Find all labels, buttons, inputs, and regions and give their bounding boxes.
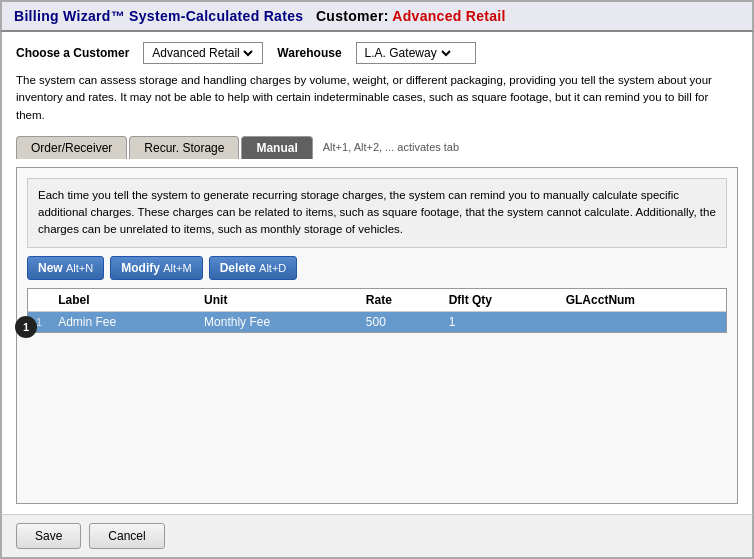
tabs-row: Order/Receiver Recur. Storage Manual Alt…	[16, 136, 738, 159]
table-container: Label Unit Rate Dflt Qty GLAcctNum 1 Adm…	[27, 288, 727, 333]
manual-charges-table: Label Unit Rate Dflt Qty GLAcctNum 1 Adm…	[28, 289, 726, 332]
customer-name: Advanced Retail	[392, 8, 505, 24]
warehouse-select[interactable]: L.A. Gateway	[361, 45, 454, 61]
header: Billing Wizard™ System-Calculated Rates …	[0, 0, 754, 32]
row-label: Admin Fee	[50, 311, 196, 332]
row-dflt-qty: 1	[441, 311, 558, 332]
tab-manual[interactable]: Manual	[241, 136, 312, 159]
save-button[interactable]: Save	[16, 523, 81, 549]
new-button[interactable]: New Alt+N	[27, 256, 104, 280]
tab-order-receiver[interactable]: Order/Receiver	[16, 136, 127, 159]
table-row[interactable]: 1 Admin Fee Monthly Fee 500 1	[28, 311, 726, 332]
row-unit: Monthly Fee	[196, 311, 358, 332]
table-wrapper: 1 Label Unit Rate Dflt Qty GLAcctNum	[27, 288, 727, 333]
tab-description: Each time you tell the system to generat…	[27, 178, 727, 248]
modify-button[interactable]: Modify Alt+M	[110, 256, 202, 280]
customer-select-control[interactable]: Advanced Retail	[143, 42, 263, 64]
select-row: Choose a Customer Advanced Retail Wareho…	[16, 42, 738, 64]
tab-recur-storage[interactable]: Recur. Storage	[129, 136, 239, 159]
cancel-button[interactable]: Cancel	[89, 523, 164, 549]
row-rate: 500	[358, 311, 441, 332]
tab-hint: Alt+1, Alt+2, ... activates tab	[323, 141, 459, 153]
choose-customer-label: Choose a Customer	[16, 46, 129, 60]
warehouse-label: Warehouse	[277, 46, 341, 60]
customer-select[interactable]: Advanced Retail	[148, 45, 256, 61]
delete-button[interactable]: Delete Alt+D	[209, 256, 298, 280]
col-unit: Unit	[196, 289, 358, 312]
table-header-row: Label Unit Rate Dflt Qty GLAcctNum	[28, 289, 726, 312]
tab-panel-manual: Each time you tell the system to generat…	[16, 167, 738, 504]
header-title: Billing Wizard™ System-Calculated Rates …	[14, 8, 506, 24]
info-text: The system can assess storage and handli…	[16, 72, 738, 124]
warehouse-select-control[interactable]: L.A. Gateway	[356, 42, 476, 64]
col-rate: Rate	[358, 289, 441, 312]
content-area: Choose a Customer Advanced Retail Wareho…	[0, 32, 754, 514]
row-count-badge: 1	[15, 316, 37, 338]
col-dflt-qty: Dflt Qty	[441, 289, 558, 312]
col-rownum	[28, 289, 50, 312]
col-label: Label	[50, 289, 196, 312]
main-container: Billing Wizard™ System-Calculated Rates …	[0, 0, 754, 559]
action-buttons: New Alt+N Modify Alt+M Delete Alt+D	[27, 256, 727, 280]
footer: Save Cancel	[0, 514, 754, 559]
col-gl-acct: GLAcctNum	[558, 289, 726, 312]
row-gl-acct	[558, 311, 726, 332]
